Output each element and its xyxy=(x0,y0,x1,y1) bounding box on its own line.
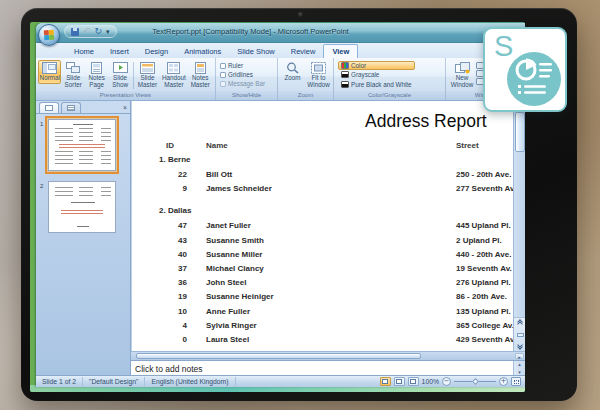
status-right-controls: 100% − + xyxy=(380,377,525,386)
notes-placeholder[interactable]: Click to add notes xyxy=(135,364,203,374)
table-row: 0Laura Steel429 Seventh Av. xyxy=(132,335,511,349)
slide-editor[interactable]: Address Report ID Name Street 1. Berne 2… xyxy=(131,101,525,351)
gridlines-checkbox-box xyxy=(220,72,226,78)
table-row: 9James Schneider277 Seventh Av. xyxy=(132,184,511,198)
slide-show-button[interactable]: Slide Show xyxy=(108,60,131,91)
powerpoint-window: ↶ ↻ ▾ TextReport.ppt [Compatibility Mode… xyxy=(36,23,525,387)
new-window-icon xyxy=(455,62,470,74)
panel-close-icon[interactable]: × xyxy=(123,103,127,113)
title-bar: ↶ ↻ ▾ TextReport.ppt [Compatibility Mode… xyxy=(36,23,525,43)
zoom-out-icon[interactable]: − xyxy=(442,377,451,386)
color-button[interactable]: Color xyxy=(338,61,415,70)
slides-tab-icon xyxy=(45,105,53,111)
address-report-table: ID Name Street 1. Berne 22Bill Ott250 - … xyxy=(132,141,511,349)
office-button[interactable] xyxy=(38,24,60,46)
zoom-in-icon[interactable]: + xyxy=(499,377,508,386)
window-title: TextReport.ppt [Compatibility Mode] - Mi… xyxy=(36,27,465,36)
next-slide-button[interactable] xyxy=(518,345,522,349)
grayscale-icon xyxy=(341,71,349,78)
horizontal-scrollbar-thumb[interactable] xyxy=(136,353,421,359)
table-row: 10Anne Fuller135 Upland Pl. xyxy=(132,307,511,321)
pure-black-white-icon xyxy=(341,81,349,88)
table-row: 22Bill Ott250 - 20th Ave. xyxy=(132,170,511,184)
vertical-scrollbar[interactable]: ▴ xyxy=(513,101,525,351)
normal-view-status-button[interactable] xyxy=(380,377,391,386)
horizontal-scrollbar[interactable]: ▸ xyxy=(131,351,525,360)
table-row: 43Susanne Smith2 Upland Pl. xyxy=(132,236,511,250)
grayscale-button[interactable]: Grayscale xyxy=(338,71,415,80)
previous-slide-button[interactable] xyxy=(518,320,522,324)
browse-slides-button[interactable] xyxy=(517,333,524,337)
column-header-id: ID xyxy=(132,141,174,150)
notes-scroll-up-icon[interactable]: ▴ xyxy=(518,361,521,367)
color-icon xyxy=(341,62,349,69)
outline-tab-icon xyxy=(67,105,75,111)
table-row: 40Susanne Miller440 - 20th Ave. xyxy=(132,250,511,264)
group-label-zoom: Zoom xyxy=(278,91,333,100)
handout-master-button[interactable]: Handout Master xyxy=(160,60,187,91)
slide-sorter-button[interactable]: Slide Sorter xyxy=(61,60,84,91)
tab-review[interactable]: Review xyxy=(283,45,324,58)
table-row: 19Susanne Heiniger86 - 20th Ave. xyxy=(132,292,511,306)
slide-show-status-button[interactable] xyxy=(408,377,419,386)
report-chart-icon xyxy=(506,51,562,107)
notes-page-button[interactable]: Notes Page xyxy=(85,60,108,91)
fit-to-window-icon xyxy=(311,62,326,74)
ribbon-tab-row: Home Insert Design Animations Slide Show… xyxy=(36,43,525,58)
new-window-button[interactable]: New Window xyxy=(448,60,476,91)
screen: ↶ ↻ ▾ TextReport.ppt [Compatibility Mode… xyxy=(30,22,525,392)
tab-animations[interactable]: Animations xyxy=(176,45,229,58)
slide-master-icon xyxy=(140,62,155,74)
table-row: 36John Steel276 Upland Pl. xyxy=(132,278,511,292)
slide-show-icon xyxy=(113,62,128,74)
fit-to-window-button[interactable]: Fit to Window xyxy=(307,60,331,91)
zoom-slider[interactable] xyxy=(454,381,496,382)
tab-design[interactable]: Design xyxy=(137,45,176,58)
notes-pane[interactable]: Click to add notes ▴▾ xyxy=(131,360,525,375)
table-row: 47Janet Fuller445 Upland Pl. xyxy=(132,221,511,235)
slide-title: Address Report xyxy=(365,111,487,132)
slide-1-thumbnail[interactable] xyxy=(48,119,116,171)
logo-card: S xyxy=(483,27,567,112)
tab-view[interactable]: View xyxy=(323,44,358,58)
notes-master-icon xyxy=(193,62,208,74)
group-divider xyxy=(133,62,134,89)
fit-slide-to-window-icon[interactable] xyxy=(511,377,521,386)
handout-master-icon xyxy=(166,62,181,74)
slide-master-button[interactable]: Slide Master xyxy=(135,60,160,91)
tab-home[interactable]: Home xyxy=(66,45,102,58)
message-bar-checkbox[interactable]: Message Bar xyxy=(220,80,265,87)
ruler-checkbox-box xyxy=(220,63,226,69)
table-row: 37Michael Clancy19 Seventh Av. xyxy=(132,264,511,278)
webcam-dot xyxy=(298,12,303,17)
group-label-show-hide: Show/Hide xyxy=(216,91,277,100)
column-header-name: Name xyxy=(206,141,228,150)
gridlines-checkbox[interactable]: Gridlines xyxy=(220,71,265,78)
notes-master-button[interactable]: Notes Master xyxy=(188,60,213,91)
status-bar: Slide 1 of 2 "Default Design" English (U… xyxy=(36,375,525,387)
slide-nav-buttons xyxy=(514,317,525,351)
tab-insert[interactable]: Insert xyxy=(102,45,137,58)
main-area: × 1 xyxy=(36,101,525,375)
group-label-color-grayscale: Color/Grayscale xyxy=(334,91,445,100)
notes-scrollbar[interactable]: ▴▾ xyxy=(513,361,525,375)
message-bar-checkbox-box xyxy=(220,81,226,87)
slide-1-item[interactable]: 1 xyxy=(40,119,116,171)
zoom-slider-thumb[interactable] xyxy=(472,377,479,384)
normal-view-button[interactable]: Normal xyxy=(38,60,61,84)
group-color-grayscale: Color Grayscale Pure Black and White Col… xyxy=(334,58,446,100)
zoom-level: 100% xyxy=(422,378,439,385)
slide-2-thumbnail[interactable] xyxy=(48,181,116,233)
slide-2-item[interactable]: 2 xyxy=(40,181,116,233)
slide-sorter-status-button[interactable] xyxy=(394,377,405,386)
ruler-checkbox[interactable]: Ruler xyxy=(220,62,265,69)
tab-slide-show[interactable]: Slide Show xyxy=(229,45,283,58)
editor-column: Address Report ID Name Street 1. Berne 2… xyxy=(131,101,525,375)
outline-tab[interactable] xyxy=(61,102,81,113)
zoom-button[interactable]: Zoom xyxy=(281,60,305,84)
notes-page-icon xyxy=(89,62,104,74)
scroll-right-icon[interactable]: ▸ xyxy=(515,353,524,359)
vertical-scrollbar-thumb[interactable] xyxy=(515,112,525,152)
slides-tab[interactable] xyxy=(39,102,59,113)
pure-black-white-button[interactable]: Pure Black and White xyxy=(338,80,415,89)
